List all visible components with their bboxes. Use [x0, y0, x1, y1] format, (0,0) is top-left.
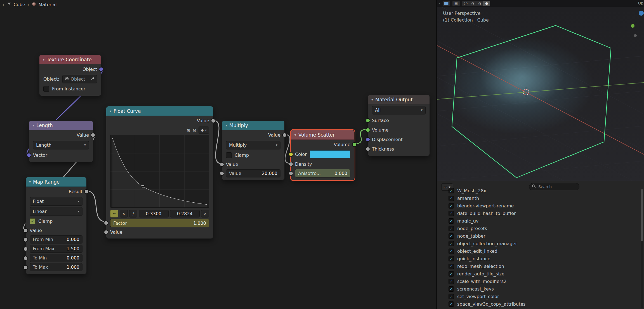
point-y-field[interactable]: 0.2824: [170, 210, 200, 217]
node-header[interactable]: ▾ Texture Coordinate: [39, 55, 101, 64]
socket-surface-input[interactable]: [365, 118, 370, 123]
to-max-field[interactable]: To Max 1.000: [30, 263, 82, 271]
zoom-in-icon[interactable]: ⊕: [187, 127, 190, 133]
handle-vector-icon[interactable]: ∧: [120, 210, 128, 217]
node-header[interactable]: ▾ Multiply: [222, 121, 284, 130]
addon-row[interactable]: [437, 308, 644, 309]
node-map-range[interactable]: ▾ Map Range Result Float ▾ Linear ▾ Clam…: [25, 177, 87, 274]
addon-row[interactable]: redo_mesh_selection: [437, 263, 644, 270]
socket-value-input-2[interactable]: [220, 171, 224, 176]
addon-row[interactable]: magic_uv: [437, 217, 644, 225]
solid-shading-icon[interactable]: ◔: [469, 1, 476, 6]
output-target-dropdown[interactable]: All ▾: [372, 106, 426, 114]
collapse-chevron-icon[interactable]: ▾: [294, 133, 296, 137]
clamp-checkbox[interactable]: [226, 152, 232, 158]
addon-checkbox[interactable]: [449, 241, 454, 246]
addon-row[interactable]: blender-viewport-rename: [437, 202, 644, 210]
addon-row[interactable]: date_build_hash_to_buffer: [437, 210, 644, 217]
curve-options-dropdown[interactable]: ● ▾: [199, 127, 209, 134]
nav-gizmo-blue-dot[interactable]: [639, 11, 644, 16]
socket-value-input[interactable]: [23, 228, 28, 233]
socket-factor-input[interactable]: [104, 221, 108, 225]
material-shading-icon[interactable]: ◑: [476, 1, 483, 6]
node-multiply[interactable]: ▾ Multiply Value Multiply ▾ Clamp Value …: [222, 120, 285, 180]
socket-density-input[interactable]: [289, 162, 293, 167]
collapse-chevron-icon[interactable]: ▾: [32, 123, 34, 127]
editor-separator[interactable]: [436, 0, 437, 309]
socket-to-max-input[interactable]: [23, 265, 28, 270]
math-operation-dropdown[interactable]: Multiply ▾: [226, 141, 280, 149]
point-x-field[interactable]: 0.3300: [139, 210, 169, 217]
addon-checkbox[interactable]: [449, 211, 454, 216]
addon-checkbox[interactable]: [449, 286, 454, 292]
node-header[interactable]: ▾ Map Range: [26, 177, 86, 187]
node-material-output[interactable]: ▾ Material Output All ▾ Surface Volume D…: [368, 95, 430, 156]
viewport-3d[interactable]: User Perspective (1) Collection | Cube: [437, 7, 644, 181]
addon-checkbox[interactable]: [449, 294, 454, 299]
nav-gizmo-green-dot[interactable]: [631, 24, 634, 28]
socket-value-output[interactable]: [91, 133, 95, 137]
addon-checkbox[interactable]: [449, 271, 454, 277]
color-swatch[interactable]: [310, 150, 350, 158]
handle-auto-icon[interactable]: ~: [110, 210, 118, 217]
node-volume-scatter[interactable]: ▾ Volume Scatter Volume Color Density An…: [291, 130, 355, 180]
addon-row[interactable]: W_Mesh_28x: [437, 187, 644, 195]
collapse-chevron-icon[interactable]: ▾: [110, 109, 111, 113]
addon-checkbox[interactable]: [449, 203, 454, 209]
node-texture-coordinate[interactable]: ▾ Texture Coordinate Object Object: Obje…: [39, 55, 101, 96]
socket-value-output[interactable]: [211, 118, 216, 123]
eyedropper-icon[interactable]: [91, 76, 95, 82]
addon-checkbox[interactable]: [449, 249, 454, 254]
addon-row[interactable]: set_viewport_color: [437, 293, 644, 300]
node-float-curve[interactable]: ▾ Float Curve Value ⊕ ⊖ ● ▾: [106, 106, 213, 239]
anisotropy-slider[interactable]: Anisotro... 0.000: [295, 169, 350, 177]
overlays-button[interactable]: ▤: [452, 1, 460, 6]
socket-result-output[interactable]: [84, 189, 89, 194]
node-header[interactable]: ▾ Material Output: [368, 95, 430, 104]
socket-value-input[interactable]: [104, 230, 108, 235]
addon-row[interactable]: space_view3d_copy_attributes: [437, 300, 644, 308]
socket-value-input-1[interactable]: [220, 162, 224, 167]
breadcrumb-chevron-icon[interactable]: ›: [3, 3, 4, 7]
addon-row[interactable]: quick_instance: [437, 255, 644, 263]
addon-row[interactable]: node_tabber: [437, 232, 644, 240]
addon-row[interactable]: object_collection_manager: [437, 240, 644, 247]
node-header[interactable]: ▾ Float Curve: [106, 106, 213, 116]
addon-checkbox[interactable]: [449, 218, 454, 224]
socket-from-min-input[interactable]: [23, 237, 28, 242]
socket-value-output[interactable]: [282, 133, 287, 137]
collapse-chevron-icon[interactable]: ▾: [371, 98, 373, 102]
from-max-field[interactable]: From Max 1.500: [30, 245, 82, 253]
addon-checkbox[interactable]: [449, 188, 454, 193]
collapse-chevron-icon[interactable]: ▾: [225, 123, 227, 127]
handle-free-icon[interactable]: /: [129, 210, 137, 217]
object-selector[interactable]: Object: [62, 75, 97, 83]
addon-row[interactable]: node_presets: [437, 225, 644, 232]
addon-checkbox[interactable]: [449, 279, 454, 284]
socket-color-input[interactable]: [289, 152, 293, 157]
addon-checkbox[interactable]: [449, 196, 454, 201]
addon-row[interactable]: render_auto_tile_size: [437, 270, 644, 278]
from-instancer-checkbox[interactable]: [43, 86, 49, 92]
socket-anisotropy-input[interactable]: [289, 171, 293, 176]
node-header[interactable]: ▾ Volume Scatter: [291, 130, 354, 140]
addon-row[interactable]: scale_with_modifiers2: [437, 278, 644, 285]
addon-row[interactable]: object_edit_linked: [437, 247, 644, 255]
zoom-out-icon[interactable]: ⊖: [193, 127, 197, 133]
node-header[interactable]: ▾ Length: [29, 121, 93, 130]
socket-volume-input[interactable]: [365, 128, 370, 132]
collapse-chevron-icon[interactable]: ▾: [43, 58, 44, 62]
addon-row[interactable]: screencast_keys: [437, 285, 644, 293]
breadcrumb-object[interactable]: Cube: [14, 2, 25, 7]
socket-displacement-input[interactable]: [365, 137, 370, 142]
breadcrumb-material[interactable]: Material: [39, 2, 57, 7]
socket-volume-output[interactable]: [352, 142, 357, 147]
socket-to-min-input[interactable]: [23, 256, 28, 261]
editor-type-button[interactable]: [442, 1, 450, 6]
curve-editor[interactable]: [110, 135, 209, 208]
addon-row[interactable]: amaranth: [437, 195, 644, 202]
vector-math-operation-dropdown[interactable]: Length ▾: [33, 141, 89, 149]
node-length[interactable]: ▾ Length Value Length ▾ Vector: [29, 120, 93, 162]
factor-slider[interactable]: Factor 1.000: [110, 219, 209, 227]
from-min-field[interactable]: From Min 0.000: [30, 235, 82, 244]
